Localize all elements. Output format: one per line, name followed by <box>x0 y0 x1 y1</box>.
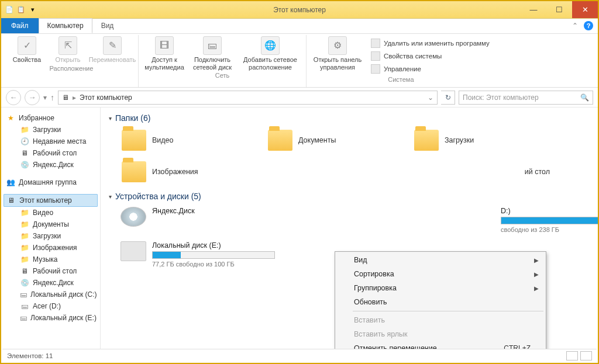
nav-desktop-2[interactable]: 🖥Рабочий стол <box>4 265 98 277</box>
capacity-bar-d <box>501 217 598 224</box>
ctx-sort[interactable]: Сортировка▶ <box>336 267 545 281</box>
navigation-pane: ★Избранное 📁Загрузки 🕘Недавние места 🖥Ра… <box>1 108 101 349</box>
ctx-undo-move[interactable]: Отменить перемещениеCTRL+Z <box>336 341 545 349</box>
nav-music[interactable]: 📁Музыка <box>4 254 98 265</box>
disc-icon <box>121 207 146 227</box>
explorer-body: ★Избранное 📁Загрузки 🕘Недавние места 🖥Ра… <box>1 108 598 349</box>
disk-icon: 💿 <box>20 278 29 287</box>
qat-icon-2[interactable]: 📋 <box>16 5 26 15</box>
ctx-paste-shortcut[interactable]: Вставить ярлык <box>336 327 545 341</box>
close-button[interactable]: ✕ <box>572 1 598 18</box>
folder-icon: 📁 <box>20 220 29 229</box>
folders-section-header[interactable]: ▾ Папки (6) <box>109 113 590 123</box>
minimize-ribbon-icon[interactable]: ⌃ <box>572 22 578 30</box>
qat-dropdown-icon[interactable]: ▾ <box>28 5 37 15</box>
chevron-right-icon: ▶ <box>534 285 539 292</box>
folder-icon <box>414 130 439 151</box>
nav-local-c[interactable]: 🖴Локальный диск (C:) <box>4 289 98 300</box>
nav-acer-d[interactable]: 🖴Acer (D:) <box>4 300 98 312</box>
tab-view[interactable]: Вид <box>92 18 123 33</box>
nav-back-button[interactable]: ← <box>6 90 21 105</box>
drive-local-e[interactable]: Локальный диск (E:) 77,2 ГБ свободно из … <box>119 239 283 270</box>
status-bar: Элементов: 11 <box>2 349 597 362</box>
refresh-button[interactable]: ↻ <box>441 91 455 105</box>
open-control-panel-button[interactable]: ⚙Открыть панель управления <box>310 36 365 71</box>
nav-downloads-2[interactable]: 📁Загрузки <box>4 230 98 242</box>
star-icon: ★ <box>6 113 15 123</box>
recent-icon: 🕘 <box>20 137 29 146</box>
search-icon: 🔍 <box>580 93 589 102</box>
chevron-down-icon: ▾ <box>109 193 112 200</box>
nav-homegroup[interactable]: 👥Домашняя группа <box>4 176 98 188</box>
drives-section-header[interactable]: ▾ Устройства и диски (5) <box>109 192 590 201</box>
nav-local-e[interactable]: 🖴Локальный диск (E:) <box>4 312 98 324</box>
drive-d-partial[interactable]: D:) свободно из 238 ГБ <box>470 204 598 235</box>
pc-icon: 🖥 <box>62 93 69 102</box>
folder-video[interactable]: Видео <box>119 126 260 154</box>
folder-desktop-partial[interactable]: ий стол <box>412 158 552 186</box>
nav-desktop[interactable]: 🖥Рабочий стол <box>4 147 98 159</box>
ribbon-group-location: ✓Свойства ⇱Открыть ✎Переименовать Распол… <box>5 35 139 87</box>
folder-icon: 📁 <box>20 255 29 264</box>
recent-locations-icon[interactable]: ▾ <box>43 93 47 102</box>
group-label-network: Сеть <box>215 71 229 81</box>
nav-pictures[interactable]: 📁Изображения <box>4 242 98 254</box>
system-properties-link[interactable]: Свойства системы <box>369 50 492 62</box>
folder-documents[interactable]: Документы <box>266 126 406 154</box>
folder-pictures[interactable]: Изображения <box>119 158 260 186</box>
folder-downloads[interactable]: Загрузки <box>412 126 552 154</box>
window-title: Этот компьютер <box>1 6 598 14</box>
search-box[interactable]: Поиск: Этот компьютер 🔍 <box>459 91 593 105</box>
nav-yandex-disk-2[interactable]: 💿Яндекс.Диск <box>4 277 98 289</box>
nav-yandex-disk[interactable]: 💿Яндекс.Диск <box>4 159 98 171</box>
box-icon <box>371 39 380 48</box>
gear-icon <box>371 51 380 61</box>
content-pane[interactable]: ▾ Папки (6) Видео Документы Загрузки Изо… <box>101 108 598 349</box>
nav-this-pc[interactable]: 🖥Этот компьютер <box>4 194 98 207</box>
tab-computer[interactable]: Компьютер <box>39 18 92 33</box>
address-bar[interactable]: 🖥 ▸ Этот компьютер ⌄ <box>58 91 438 105</box>
add-network-location-button[interactable]: 🌐Добавить сетевое расположение <box>238 36 302 71</box>
nav-downloads[interactable]: 📁Загрузки <box>4 124 98 136</box>
ribbon: ✓Свойства ⇱Открыть ✎Переименовать Распол… <box>1 34 598 88</box>
ctx-refresh[interactable]: Обновить <box>336 295 545 309</box>
nav-video[interactable]: 📁Видео <box>4 207 98 219</box>
breadcrumb-root[interactable]: Этот компьютер <box>80 93 132 102</box>
ctx-paste[interactable]: Вставить <box>336 313 545 327</box>
map-drive-button[interactable]: 🖴Подключить сетевой диск <box>190 36 235 71</box>
nav-recent[interactable]: 🕘Недавние места <box>4 136 98 147</box>
folder-icon <box>122 130 146 151</box>
manage-link[interactable]: Управление <box>369 63 492 75</box>
title-bar: 📄 📋 ▾ Этот компьютер — ☐ ✕ <box>1 1 598 19</box>
drive-yandex-disk[interactable]: Яндекс.Диск <box>119 204 283 235</box>
pc-icon: 🖥 <box>6 196 16 205</box>
minimize-button[interactable]: — <box>521 1 546 18</box>
shortcut-label: CTRL+Z <box>504 344 531 349</box>
open-button[interactable]: ⇱Открыть <box>49 36 87 64</box>
uninstall-program-link[interactable]: Удалить или изменить программу <box>369 37 492 49</box>
view-switcher <box>566 351 592 360</box>
drive-icon: 🖴 <box>20 290 27 299</box>
drive-icon <box>121 241 146 261</box>
maximize-button[interactable]: ☐ <box>546 1 572 18</box>
address-row: ← → ▾ ↑ 🖥 ▸ Этот компьютер ⌄ ↻ Поиск: Эт… <box>1 88 598 108</box>
details-view-button[interactable] <box>566 351 578 360</box>
tab-file[interactable]: Файл <box>1 18 39 33</box>
nav-documents[interactable]: 📁Документы <box>4 219 98 230</box>
nav-favorites[interactable]: ★Избранное <box>4 112 98 124</box>
chevron-right-icon: ▶ <box>534 257 539 264</box>
rename-button[interactable]: ✎Переименовать <box>90 36 135 64</box>
tiles-view-button[interactable] <box>580 351 592 360</box>
address-dropdown-icon[interactable]: ⌄ <box>428 93 433 102</box>
help-icon[interactable]: ? <box>584 21 593 30</box>
ctx-group[interactable]: Группировка▶ <box>336 281 545 295</box>
nav-up-button[interactable]: ↑ <box>50 93 54 102</box>
ribbon-tabs: Файл Компьютер Вид ⌃ ? <box>1 19 598 34</box>
capacity-bar-e <box>152 251 275 259</box>
folder-icon <box>268 130 292 151</box>
ctx-view[interactable]: Вид▶ <box>336 253 545 267</box>
media-access-button[interactable]: 🎞Доступ к мультимедиа <box>142 36 187 71</box>
qat-icon-1[interactable]: 📄 <box>5 5 14 15</box>
properties-button[interactable]: ✓Свойства <box>8 36 46 64</box>
nav-forward-button[interactable]: → <box>25 90 40 105</box>
